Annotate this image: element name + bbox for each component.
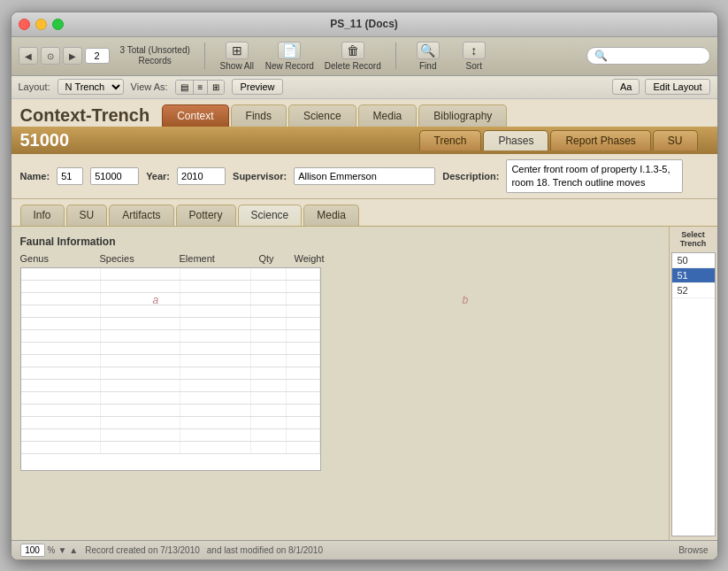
edit-layout-button[interactable]: Edit Layout	[645, 79, 709, 95]
delete-record-icon: 🗑	[341, 42, 364, 59]
faunal-grid[interactable]	[20, 267, 321, 471]
faunal-section-label: Faunal Information	[20, 235, 660, 248]
header-species: Species	[100, 253, 180, 264]
grid-row	[21, 330, 320, 343]
select-trench-panel: Select Trench 50 51 52	[669, 227, 717, 540]
content-main: Faunal Information Genus Species Element…	[11, 227, 669, 540]
toolbar: ◀ ⊙ ▶ 3 Total (Unsorted) Records ⊞ Show …	[11, 37, 717, 76]
title-bar: PS_11 (Docs)	[11, 12, 717, 37]
tab-finds[interactable]: Finds	[231, 104, 287, 127]
grid-row	[21, 429, 320, 442]
grid-row	[21, 442, 320, 454]
show-all-button[interactable]: ⊞ Show All	[219, 42, 255, 71]
grid-row	[21, 343, 320, 355]
window-title: PS_11 (Docs)	[330, 18, 398, 30]
grid-row	[21, 405, 320, 417]
nav-toggle-button[interactable]: ⊙	[41, 47, 60, 65]
content-tabs: Info SU Artifacts Pottery Science Media	[11, 199, 717, 226]
content-tab-su[interactable]: SU	[66, 204, 108, 226]
sub-tab-su[interactable]: SU	[653, 130, 698, 150]
view-icons: ▤ ≡ ⊞	[175, 80, 226, 95]
trench-list-container: 50 51 52	[671, 252, 716, 536]
tab-context[interactable]: Context	[162, 104, 228, 127]
record-number-input[interactable]	[85, 48, 110, 64]
content-tab-pottery[interactable]: Pottery	[176, 204, 236, 226]
form-area: Name: Year: Supervisor: Description: Cen…	[11, 154, 717, 199]
find-icon: 🔍	[417, 42, 440, 59]
content-body: Faunal Information Genus Species Element…	[11, 226, 717, 540]
placeholder-a: a	[153, 294, 159, 306]
grid-row	[21, 318, 320, 330]
trench-list[interactable]: 50 51 52	[671, 252, 716, 536]
grid-row	[21, 281, 320, 293]
sub-tab-trench[interactable]: Trench	[419, 130, 482, 150]
zoom-up-icon[interactable]: ▲	[69, 545, 78, 555]
maximize-button[interactable]	[52, 19, 64, 30]
zoom-percent: %	[48, 545, 56, 555]
list-view-icon[interactable]: ≡	[194, 81, 209, 94]
layout-label: Layout:	[19, 81, 50, 92]
year-label: Year:	[146, 171, 170, 181]
sort-icon: ↕	[463, 42, 486, 59]
nav-forward-button[interactable]: ▶	[63, 47, 82, 65]
supervisor-label: Supervisor:	[233, 171, 287, 181]
nav-controls: ◀ ⊙ ▶	[19, 47, 110, 65]
content-tab-science[interactable]: Science	[238, 204, 303, 226]
tab-science[interactable]: Science	[288, 104, 356, 127]
zoom-down-icon[interactable]: ▼	[57, 545, 66, 555]
status-bar: % ▼ ▲ Record created on 7/13/2010 and la…	[11, 540, 717, 559]
total-records-label: 3 Total (Unsorted) Records	[120, 45, 190, 66]
new-record-button[interactable]: 📄 New Record	[265, 42, 314, 71]
tab-media[interactable]: Media	[358, 104, 418, 127]
name-prefix-input[interactable]	[57, 167, 83, 185]
search-icon: 🔍	[594, 50, 608, 62]
record-id: 51000	[20, 130, 70, 150]
year-input[interactable]	[177, 167, 226, 185]
grid-row	[21, 293, 320, 305]
toolbar-separator-1	[204, 42, 205, 69]
trench-item-51[interactable]: 51	[672, 268, 715, 283]
search-input[interactable]	[611, 50, 702, 61]
content-tab-info[interactable]: Info	[20, 204, 65, 226]
search-box[interactable]: 🔍	[586, 47, 710, 65]
header-weight: Weight	[295, 253, 339, 264]
record-id-bar: 51000 Trench Phases Report Phases SU	[11, 127, 717, 154]
toolbar-separator-2	[395, 42, 396, 69]
nav-back-button[interactable]: ◀	[19, 47, 38, 65]
trench-item-50[interactable]: 50	[672, 253, 715, 268]
trench-item-52[interactable]: 52	[672, 283, 715, 298]
name-value-input[interactable]	[90, 167, 139, 185]
zoom-input[interactable]	[20, 544, 45, 557]
supervisor-input[interactable]	[294, 167, 435, 185]
description-label: Description:	[442, 171, 499, 181]
grid-row	[21, 268, 320, 281]
description-field: Center front room of property I.1.3-5, r…	[506, 159, 683, 193]
record-created-text: Record created on 7/13/2010	[85, 545, 200, 555]
delete-record-button[interactable]: 🗑 Delete Record	[325, 42, 381, 71]
minimize-button[interactable]	[35, 19, 47, 30]
table-view-icon[interactable]: ⊞	[208, 81, 224, 94]
grid-row	[21, 380, 320, 392]
sub-tabs: Trench Phases Report Phases SU	[410, 130, 709, 150]
sub-tab-phases[interactable]: Phases	[483, 130, 548, 150]
form-view-icon[interactable]: ▤	[176, 81, 194, 94]
aa-button[interactable]: Aa	[612, 79, 640, 95]
top-nav: Context-Trench Context Finds Science Med…	[11, 99, 717, 127]
header-element: Element	[180, 253, 259, 264]
placeholder-b: b	[463, 294, 527, 306]
record-header: 51000 Trench Phases Report Phases SU	[11, 127, 717, 154]
content-tab-media[interactable]: Media	[303, 204, 359, 226]
sort-button[interactable]: ↕ Sort	[456, 42, 492, 71]
close-button[interactable]	[19, 19, 30, 30]
browse-mode-label: Browse	[678, 545, 708, 555]
grid-row	[21, 305, 320, 318]
faunal-grid-container: a b	[20, 267, 660, 471]
preview-button[interactable]: Preview	[232, 79, 282, 95]
content-tab-artifacts[interactable]: Artifacts	[109, 204, 173, 226]
grid-row	[21, 367, 320, 380]
find-button[interactable]: 🔍 Find	[410, 42, 446, 71]
new-record-icon: 📄	[278, 42, 301, 59]
tab-bibliography[interactable]: Bibliography	[418, 104, 507, 127]
layout-select[interactable]: N Trench	[57, 79, 124, 95]
sub-tab-report-phases[interactable]: Report Phases	[550, 130, 650, 150]
